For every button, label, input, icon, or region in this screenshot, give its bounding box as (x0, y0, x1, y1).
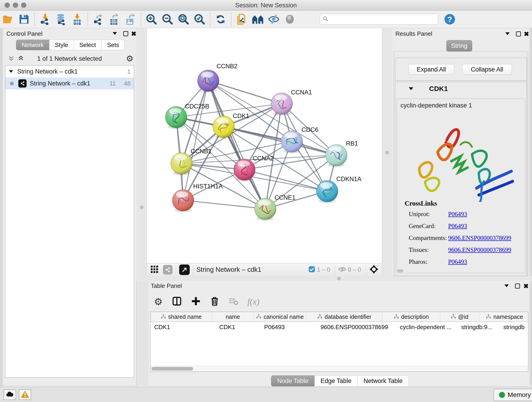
node-CDKN1A[interactable]: CDKN1A (317, 176, 361, 203)
table-cell[interactable]: P06493 (260, 322, 317, 332)
node-HIST1H1A[interactable]: HIST1H1A (172, 183, 223, 212)
tab-select[interactable]: Select (74, 40, 101, 50)
save-session-icon[interactable] (17, 13, 31, 26)
table-cell[interactable]: CDK1 (151, 322, 215, 332)
search-input[interactable] (329, 16, 436, 23)
open-session-icon[interactable] (1, 13, 15, 26)
node-CCNA1[interactable]: CCNA1 (271, 89, 312, 115)
tab-node-table[interactable]: Node Table (271, 375, 315, 386)
delete-column-icon[interactable] (210, 296, 220, 307)
edge-CCNB2-HIST1H1A[interactable] (183, 81, 208, 200)
gene-entry-expander-icon[interactable] (409, 87, 413, 91)
control-panel-collapse-icon[interactable] (112, 32, 117, 36)
tab-edge-table[interactable]: Edge Table (315, 375, 358, 386)
table-cell[interactable]: stringdb:9... (457, 322, 500, 332)
hide-selected-icon[interactable] (267, 13, 280, 26)
selected-checkbox-icon[interactable] (308, 266, 316, 274)
crosslink-link[interactable]: P06493 (448, 223, 467, 230)
collection-expander-icon[interactable] (9, 70, 13, 73)
table-cell[interactable]: stringdb (500, 322, 528, 332)
export-table-icon[interactable] (108, 13, 121, 26)
table-panel-collapse-icon[interactable] (504, 284, 509, 288)
column-header-namespace[interactable]: namespace (479, 312, 528, 322)
control-panel-close-icon[interactable]: ✖ (131, 30, 136, 38)
results-panel-collapse-icon[interactable] (505, 32, 510, 36)
add-column-icon[interactable] (191, 296, 201, 307)
delete-table-icon[interactable] (229, 296, 238, 307)
network-options-gear-icon[interactable]: ⚙ (126, 54, 133, 64)
first-neighbors-icon[interactable] (251, 13, 264, 26)
expand-all-button[interactable]: Expand All (409, 64, 454, 75)
control-panel-float-icon[interactable]: ▢ (123, 30, 129, 37)
show-columns-icon[interactable] (172, 296, 182, 307)
network-canvas[interactable]: CCNB2CCNA1CDC25BCDK1CDC6RB1CCNB1CCNA2CDK… (147, 28, 382, 263)
show-all-icon[interactable] (283, 13, 297, 26)
memory-button[interactable]: Memory (494, 389, 532, 401)
zoom-in-icon[interactable] (145, 13, 158, 26)
column-header--id[interactable]: @id (440, 312, 479, 322)
help-button[interactable]: ? (444, 14, 455, 25)
refresh-layout-icon[interactable] (214, 13, 227, 26)
column-header-name[interactable]: name (212, 312, 254, 322)
table-cell[interactable]: CDK1 (215, 322, 260, 332)
collapse-all-button[interactable]: Collapse All (462, 64, 512, 75)
function-builder-icon[interactable]: f(x) (247, 297, 260, 307)
export-image-icon[interactable] (124, 13, 137, 26)
zoom-fit-icon[interactable] (177, 13, 190, 26)
crosslink-link[interactable]: 9606.ENSP00000378699 (448, 246, 511, 254)
table-cell[interactable]: cyclin-dependent ... (396, 322, 457, 332)
node-CCNB1[interactable]: CCNB1 (171, 148, 212, 175)
column-header-database-identifier[interactable]: database identifier (307, 312, 382, 322)
zoom-out-icon[interactable] (161, 13, 174, 26)
results-panel-close-icon[interactable]: ✖ (524, 30, 529, 38)
crosslink-link[interactable]: P06493 (448, 258, 467, 265)
crosslink-link[interactable]: P06493 (448, 211, 467, 218)
node-CDK1[interactable]: CDK1 (213, 113, 249, 139)
table-panel-close-icon[interactable]: ✖ (523, 282, 529, 290)
left-splitter[interactable] (136, 28, 147, 276)
tab-style[interactable]: Style (49, 40, 74, 50)
network-graph[interactable]: CCNB2CCNA1CDC25BCDK1CDC6RB1CCNB1CCNA2CDK… (147, 28, 382, 263)
table-hscrollbar[interactable] (151, 366, 528, 371)
export-network-icon[interactable] (92, 13, 105, 26)
detach-view-icon[interactable] (179, 264, 190, 275)
tab-sets[interactable]: Sets (101, 40, 125, 50)
warning-status-button[interactable] (19, 389, 31, 400)
cloud-status-button[interactable] (4, 389, 16, 400)
network-collection-row[interactable]: String Network – cdk1 1 (5, 65, 134, 77)
right-splitter[interactable] (382, 28, 392, 276)
edge-CCNA2-CDKN1A[interactable] (244, 170, 327, 191)
table-row[interactable]: CDK1CDK1P064939606.ENSP00000378699cyclin… (151, 322, 528, 332)
import-table-icon[interactable] (70, 13, 84, 26)
horizontal-splitter[interactable] (136, 276, 532, 281)
network-row-selected[interactable]: String Network – cdk1 11 48 (5, 77, 134, 89)
column-header-canonical-name[interactable]: canonical name (254, 312, 307, 322)
clone-network-icon[interactable] (235, 13, 248, 26)
import-network-file-icon[interactable] (38, 13, 52, 26)
node-RB1[interactable]: RB1 (326, 140, 358, 167)
table-cell[interactable]: 9606.ENSP00000378699 (317, 322, 396, 332)
left-splitter-handle[interactable] (140, 206, 143, 209)
table-panel-float-icon[interactable]: ▢ (515, 282, 520, 289)
edge-CDK1-RB1[interactable] (224, 127, 336, 155)
hidden-eye-icon[interactable] (338, 265, 346, 274)
zoom-selected-icon[interactable] (193, 13, 206, 26)
table-settings-gear-icon[interactable]: ⚙ (154, 296, 163, 307)
edge-CCNB2-CCNA1[interactable] (208, 81, 282, 104)
table-hscrollbar-thumb[interactable] (152, 367, 193, 370)
crosslink-link[interactable]: 9606.ENSP00000378699 (448, 235, 511, 242)
network-share-view-icon[interactable] (163, 265, 172, 274)
tab-network-table[interactable]: Network Table (358, 375, 409, 386)
tab-network[interactable]: Network (16, 40, 49, 50)
search-field[interactable] (320, 14, 438, 25)
tab-string[interactable]: String (446, 40, 472, 51)
column-header-description[interactable]: description (382, 312, 440, 322)
import-network-database-icon[interactable] (55, 13, 68, 26)
column-header-shared-name[interactable]: shared name (151, 312, 212, 322)
horizontal-splitter-handle[interactable] (337, 277, 341, 280)
right-splitter-handle[interactable] (385, 151, 389, 154)
birds-eye-view-icon[interactable] (369, 264, 379, 275)
results-vscrollbar[interactable] (527, 51, 530, 275)
detail-hscrollbar-thumb[interactable] (397, 269, 403, 273)
results-panel-float-icon[interactable]: ▢ (515, 30, 521, 37)
